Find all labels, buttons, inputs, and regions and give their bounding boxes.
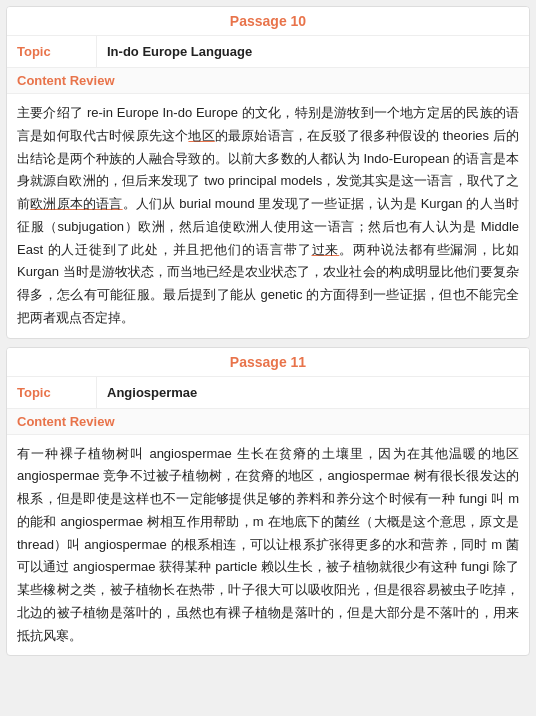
passage-11-header: Passage 11 <box>7 348 529 377</box>
passage-11-card: Passage 11 Topic Angiospermae Content Re… <box>6 347 530 657</box>
passage-11-content-review-header: Content Review <box>7 409 529 435</box>
passage-10-content-text: 主要介绍了 re-in Europe In-do Europe 的文化，特别是游… <box>7 94 529 338</box>
highlight-europe: 欧洲原本的语言 <box>30 196 122 211</box>
page-container: Passage 10 Topic In-do Europe Language C… <box>0 0 536 662</box>
passage-10-topic-row: Topic In-do Europe Language <box>7 36 529 68</box>
highlight-region: 地区 <box>188 128 214 143</box>
passage-11-topic-row: Topic Angiospermae <box>7 377 529 409</box>
passage-10-header: Passage 10 <box>7 7 529 36</box>
passage-10-content-review-header: Content Review <box>7 68 529 94</box>
passage-10-topic-value: In-do Europe Language <box>97 36 262 67</box>
passage-10-topic-label: Topic <box>7 36 97 67</box>
passage-11-topic-label: Topic <box>7 377 97 408</box>
passage-11-content-text: 有一种裸子植物树叫 angiospermae 生长在贫瘠的土壤里，因为在其他温暖… <box>7 435 529 656</box>
passage-10-card: Passage 10 Topic In-do Europe Language C… <box>6 6 530 339</box>
passage-11-topic-value: Angiospermae <box>97 377 207 408</box>
highlight-here: 过来 <box>312 242 340 257</box>
